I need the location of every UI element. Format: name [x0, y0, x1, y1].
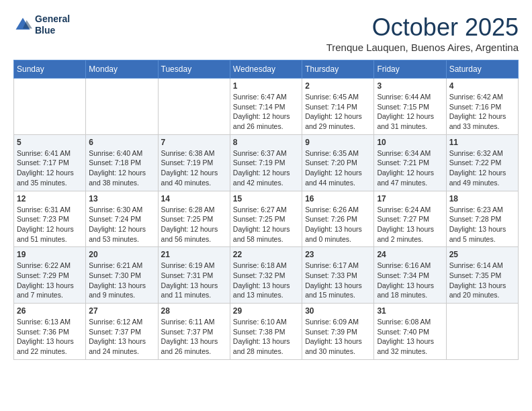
calendar-cell: 9Sunrise: 6:35 AMSunset: 7:20 PMDaylight…: [302, 134, 374, 191]
calendar-cell: 25Sunrise: 6:14 AMSunset: 7:35 PMDayligh…: [446, 247, 518, 304]
day-number: 2: [305, 81, 371, 91]
day-number: 10: [377, 138, 443, 147]
day-info: Sunrise: 6:14 AMSunset: 7:35 PMDaylight:…: [449, 261, 515, 300]
calendar-cell: 15Sunrise: 6:27 AMSunset: 7:25 PMDayligh…: [230, 191, 302, 247]
weekday-header-monday: Monday: [86, 60, 158, 79]
day-number: 4: [449, 81, 515, 91]
calendar-cell: 7Sunrise: 6:38 AMSunset: 7:19 PMDaylight…: [158, 134, 230, 191]
weekday-header-sunday: Sunday: [14, 60, 86, 79]
calendar-cell: 1Sunrise: 6:47 AMSunset: 7:14 PMDaylight…: [230, 79, 302, 135]
day-number: 11: [449, 138, 515, 147]
month-title: October 2025: [326, 13, 519, 42]
day-info: Sunrise: 6:13 AMSunset: 7:36 PMDaylight:…: [17, 317, 83, 357]
calendar-cell: 3Sunrise: 6:44 AMSunset: 7:15 PMDaylight…: [374, 79, 446, 135]
day-info: Sunrise: 6:30 AMSunset: 7:24 PMDaylight:…: [89, 205, 154, 244]
day-number: 7: [161, 138, 227, 147]
calendar-cell: 6Sunrise: 6:40 AMSunset: 7:18 PMDaylight…: [86, 134, 158, 191]
day-number: 27: [89, 306, 154, 316]
calendar-cell: 28Sunrise: 6:11 AMSunset: 7:37 PMDayligh…: [158, 304, 230, 360]
day-number: 14: [161, 194, 227, 203]
calendar-cell: 13Sunrise: 6:30 AMSunset: 7:24 PMDayligh…: [86, 191, 158, 247]
day-number: 19: [17, 250, 83, 259]
day-number: 6: [89, 138, 154, 147]
day-info: Sunrise: 6:32 AMSunset: 7:22 PMDaylight:…: [449, 148, 515, 188]
week-row-5: 26Sunrise: 6:13 AMSunset: 7:36 PMDayligh…: [14, 304, 519, 360]
calendar-cell: 11Sunrise: 6:32 AMSunset: 7:22 PMDayligh…: [446, 134, 518, 191]
day-info: Sunrise: 6:18 AMSunset: 7:32 PMDaylight:…: [233, 261, 299, 300]
day-info: Sunrise: 6:38 AMSunset: 7:19 PMDaylight:…: [161, 148, 227, 188]
logo-line1: General: [35, 13, 70, 25]
calendar-cell: 18Sunrise: 6:23 AMSunset: 7:28 PMDayligh…: [446, 191, 518, 247]
calendar-cell: 8Sunrise: 6:37 AMSunset: 7:19 PMDaylight…: [230, 134, 302, 191]
calendar-cell: [14, 79, 86, 135]
calendar-cell: 19Sunrise: 6:22 AMSunset: 7:29 PMDayligh…: [14, 247, 86, 304]
day-info: Sunrise: 6:40 AMSunset: 7:18 PMDaylight:…: [89, 148, 154, 188]
day-info: Sunrise: 6:42 AMSunset: 7:16 PMDaylight:…: [449, 92, 515, 132]
header: General Blue October 2025 Trenque Lauque…: [13, 13, 519, 53]
calendar-cell: 26Sunrise: 6:13 AMSunset: 7:36 PMDayligh…: [14, 304, 86, 360]
calendar-cell: 24Sunrise: 6:16 AMSunset: 7:34 PMDayligh…: [374, 247, 446, 304]
weekday-header-tuesday: Tuesday: [158, 60, 230, 79]
day-info: Sunrise: 6:12 AMSunset: 7:37 PMDaylight:…: [89, 317, 154, 357]
day-info: Sunrise: 6:22 AMSunset: 7:29 PMDaylight:…: [17, 261, 83, 300]
calendar-cell: 22Sunrise: 6:18 AMSunset: 7:32 PMDayligh…: [230, 247, 302, 304]
day-number: 29: [233, 306, 299, 316]
logo-icon: [13, 15, 32, 34]
calendar-cell: 30Sunrise: 6:09 AMSunset: 7:39 PMDayligh…: [302, 304, 374, 360]
calendar-cell: [158, 79, 230, 135]
weekday-header-saturday: Saturday: [446, 60, 518, 79]
day-number: 23: [305, 250, 371, 259]
day-info: Sunrise: 6:28 AMSunset: 7:25 PMDaylight:…: [161, 205, 227, 244]
day-info: Sunrise: 6:19 AMSunset: 7:31 PMDaylight:…: [161, 261, 227, 300]
day-number: 13: [89, 194, 154, 203]
day-info: Sunrise: 6:08 AMSunset: 7:40 PMDaylight:…: [377, 317, 443, 357]
weekday-header-friday: Friday: [374, 60, 446, 79]
day-number: 20: [89, 250, 154, 259]
day-info: Sunrise: 6:41 AMSunset: 7:17 PMDaylight:…: [17, 148, 83, 188]
calendar-cell: 4Sunrise: 6:42 AMSunset: 7:16 PMDaylight…: [446, 79, 518, 135]
day-number: 28: [161, 306, 227, 316]
weekday-header-thursday: Thursday: [302, 60, 374, 79]
logo: General Blue: [13, 13, 70, 36]
day-number: 25: [449, 250, 515, 259]
logo-line2: Blue: [35, 25, 70, 36]
day-info: Sunrise: 6:37 AMSunset: 7:19 PMDaylight:…: [233, 148, 299, 188]
day-info: Sunrise: 6:34 AMSunset: 7:21 PMDaylight:…: [377, 148, 443, 188]
day-number: 16: [305, 194, 371, 203]
day-info: Sunrise: 6:31 AMSunset: 7:23 PMDaylight:…: [17, 205, 83, 244]
week-row-2: 5Sunrise: 6:41 AMSunset: 7:17 PMDaylight…: [14, 134, 519, 191]
week-row-1: 1Sunrise: 6:47 AMSunset: 7:14 PMDaylight…: [14, 79, 519, 135]
calendar-cell: 12Sunrise: 6:31 AMSunset: 7:23 PMDayligh…: [14, 191, 86, 247]
calendar-cell: 31Sunrise: 6:08 AMSunset: 7:40 PMDayligh…: [374, 304, 446, 360]
day-info: Sunrise: 6:16 AMSunset: 7:34 PMDaylight:…: [377, 261, 443, 300]
weekday-header-row: SundayMondayTuesdayWednesdayThursdayFrid…: [14, 60, 519, 79]
weekday-header-wednesday: Wednesday: [230, 60, 302, 79]
day-number: 9: [305, 138, 371, 147]
calendar-cell: 14Sunrise: 6:28 AMSunset: 7:25 PMDayligh…: [158, 191, 230, 247]
day-number: 31: [377, 306, 443, 316]
calendar-cell: 27Sunrise: 6:12 AMSunset: 7:37 PMDayligh…: [86, 304, 158, 360]
day-info: Sunrise: 6:10 AMSunset: 7:38 PMDaylight:…: [233, 317, 299, 357]
calendar-cell: 16Sunrise: 6:26 AMSunset: 7:26 PMDayligh…: [302, 191, 374, 247]
day-number: 15: [233, 194, 299, 203]
calendar-cell: [86, 79, 158, 135]
calendar-cell: 20Sunrise: 6:21 AMSunset: 7:30 PMDayligh…: [86, 247, 158, 304]
day-info: Sunrise: 6:11 AMSunset: 7:37 PMDaylight:…: [161, 317, 227, 357]
day-number: 26: [17, 306, 83, 316]
calendar-cell: 10Sunrise: 6:34 AMSunset: 7:21 PMDayligh…: [374, 134, 446, 191]
title-section: October 2025 Trenque Lauquen, Buenos Air…: [326, 13, 519, 53]
day-info: Sunrise: 6:45 AMSunset: 7:14 PMDaylight:…: [305, 92, 371, 132]
day-number: 18: [449, 194, 515, 203]
location-subtitle: Trenque Lauquen, Buenos Aires, Argentina: [326, 42, 519, 53]
calendar-cell: 2Sunrise: 6:45 AMSunset: 7:14 PMDaylight…: [302, 79, 374, 135]
day-number: 5: [17, 138, 83, 147]
day-number: 8: [233, 138, 299, 147]
day-info: Sunrise: 6:17 AMSunset: 7:33 PMDaylight:…: [305, 261, 371, 300]
day-info: Sunrise: 6:23 AMSunset: 7:28 PMDaylight:…: [449, 205, 515, 244]
calendar-cell: 5Sunrise: 6:41 AMSunset: 7:17 PMDaylight…: [14, 134, 86, 191]
week-row-4: 19Sunrise: 6:22 AMSunset: 7:29 PMDayligh…: [14, 247, 519, 304]
day-info: Sunrise: 6:09 AMSunset: 7:39 PMDaylight:…: [305, 317, 371, 357]
day-info: Sunrise: 6:24 AMSunset: 7:27 PMDaylight:…: [377, 205, 443, 244]
calendar-cell: 17Sunrise: 6:24 AMSunset: 7:27 PMDayligh…: [374, 191, 446, 247]
day-number: 17: [377, 194, 443, 203]
